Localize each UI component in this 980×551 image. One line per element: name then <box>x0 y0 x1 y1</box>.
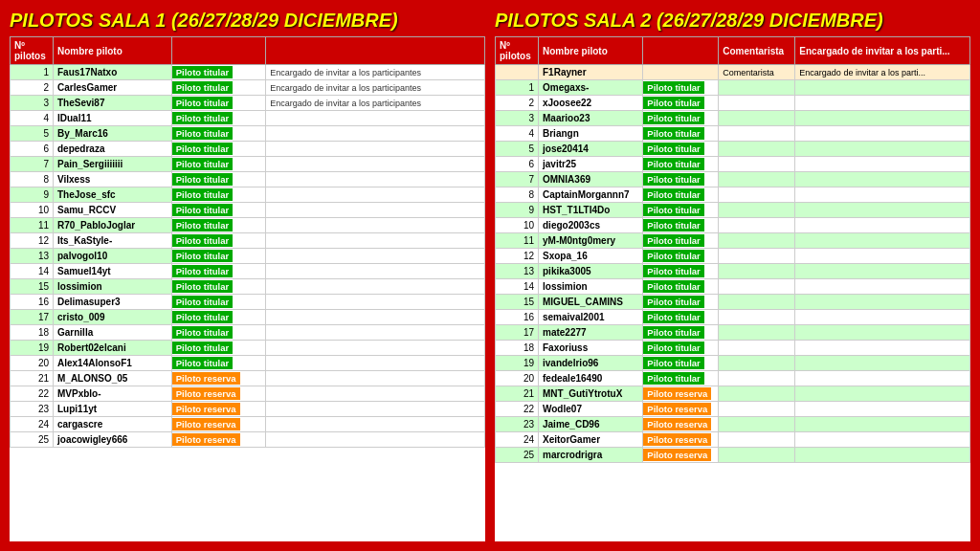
table-row: 10 Samu_RCCV Piloto titular <box>11 203 485 218</box>
pilot-num: 10 <box>496 218 539 233</box>
pilot-name: ivandelrio96 <box>539 356 643 371</box>
table-row: 21 MNT_GutiYtrotuX Piloto reserva <box>496 386 970 402</box>
table-row: 3 Maarioo23 Piloto titular <box>496 111 970 126</box>
pilot-status: Piloto reserva <box>643 402 719 417</box>
pilot-name: Delimasuper3 <box>54 295 172 310</box>
pilot-num: 13 <box>11 249 54 264</box>
pilot-num: 12 <box>496 249 539 264</box>
pilot-name: Briangn <box>539 126 643 142</box>
pilot-num: 25 <box>496 448 539 463</box>
sala2-title: PILOTOS SALA 2 (26/27/28/29 DICIEMBRE) <box>495 10 970 32</box>
pilot-num: 6 <box>11 142 54 157</box>
pilot-encargado <box>266 264 485 279</box>
pilot-num: 19 <box>496 356 539 371</box>
pilot-status: Piloto titular <box>643 218 719 233</box>
pilot-comentarista <box>719 341 795 356</box>
pilot-name: CaptainMorgannn7 <box>539 187 643 203</box>
pilot-num: 3 <box>11 96 54 111</box>
pilot-encargado <box>795 310 970 325</box>
pilot-name: Faus17Natxo <box>54 65 172 80</box>
pilot-status: Piloto titular <box>171 65 266 80</box>
pilot-status: Piloto titular <box>643 187 719 203</box>
pilot-comentarista <box>719 157 795 172</box>
pilot-name: CarlesGamer <box>54 80 172 96</box>
pilot-status: Piloto titular <box>171 80 266 96</box>
table-row: 20 Alex14AlonsoF1 Piloto titular <box>11 356 485 371</box>
pilot-name: OMNIA369 <box>539 172 643 187</box>
pilot-encargado: Encargado de invitar a los participantes <box>266 96 485 111</box>
pilot-encargado <box>795 371 970 386</box>
pilot-comentarista <box>719 264 795 279</box>
pilot-status: Piloto titular <box>171 126 266 142</box>
pilot-status: Piloto reserva <box>171 417 266 432</box>
pilot-num: 14 <box>496 279 539 295</box>
pilot-status: Piloto titular <box>643 172 719 187</box>
table-row: 17 cristo_009 Piloto titular <box>11 310 485 325</box>
table-row: 23 Jaime_CD96 Piloto reserva <box>496 417 970 432</box>
pilot-name: semaival2001 <box>539 310 643 325</box>
pilot-encargado <box>795 341 970 356</box>
pilot-num: 24 <box>11 417 54 432</box>
pilot-status: Piloto titular <box>171 341 266 356</box>
pilot-comentarista <box>719 310 795 325</box>
table-row: 1 Faus17Natxo Piloto titular Encargado d… <box>11 65 485 80</box>
pilot-comentarista <box>719 187 795 203</box>
pilot-status: Piloto titular <box>171 295 266 310</box>
sala1-container: PILOTOS SALA 1 (26/27/28/29 DICIEMBRE) N… <box>10 10 485 541</box>
pilot-num: 4 <box>496 126 539 142</box>
pilot-encargado <box>795 187 970 203</box>
pilot-status: Piloto titular <box>171 172 266 187</box>
pilot-encargado <box>266 233 485 249</box>
pilot-num: 8 <box>11 172 54 187</box>
pilot-status <box>643 65 719 80</box>
pilot-num: 7 <box>11 157 54 172</box>
pilot-encargado <box>795 218 970 233</box>
sala1-title: PILOTOS SALA 1 (26/27/28/29 DICIEMBRE) <box>10 10 485 32</box>
pilot-encargado <box>795 249 970 264</box>
pilot-name: R70_PabloJoglar <box>54 218 172 233</box>
table-row: 14 lossimion Piloto titular <box>496 279 970 295</box>
pilot-status: Piloto titular <box>171 325 266 341</box>
pilot-name: TheSevi87 <box>54 96 172 111</box>
table-row: 15 MIGUEL_CAMINS Piloto titular <box>496 295 970 310</box>
pilot-status: Piloto titular <box>643 80 719 96</box>
pilot-encargado <box>795 279 970 295</box>
pilot-name: diego2003cs <box>539 218 643 233</box>
pilot-status: Piloto titular <box>643 310 719 325</box>
pilot-status: Piloto titular <box>171 249 266 264</box>
pilot-name: TheJose_sfc <box>54 187 172 203</box>
pilot-encargado <box>795 448 970 463</box>
pilot-status: Piloto titular <box>643 264 719 279</box>
pilot-name: Alex14AlonsoF1 <box>54 356 172 371</box>
pilot-encargado <box>795 295 970 310</box>
pilot-encargado <box>795 264 970 279</box>
pilot-encargado <box>266 325 485 341</box>
pilot-name: Samuel14yt <box>54 264 172 279</box>
pilot-name: Wodle07 <box>539 402 643 417</box>
pilot-status: Piloto titular <box>643 249 719 264</box>
pilot-name: XeitorGamer <box>539 432 643 448</box>
table-row: 11 R70_PabloJoglar Piloto titular <box>11 218 485 233</box>
pilot-name: fedeale16490 <box>539 371 643 386</box>
table-row: 11 yM-M0ntg0mery Piloto titular <box>496 233 970 249</box>
table-row: 22 Wodle07 Piloto reserva <box>496 402 970 417</box>
pilot-comentarista <box>719 96 795 111</box>
pilot-num: 20 <box>496 371 539 386</box>
pilot-num: 18 <box>11 325 54 341</box>
pilot-encargado <box>795 142 970 157</box>
pilot-name: cargascre <box>54 417 172 432</box>
pilot-name: MVPxblo- <box>54 386 172 402</box>
pilot-name: joacowigley666 <box>54 432 172 448</box>
pilot-name: Garnilla <box>54 325 172 341</box>
pilot-status: Piloto titular <box>171 356 266 371</box>
pilot-encargado <box>266 310 485 325</box>
pilot-num: 23 <box>11 402 54 417</box>
pilot-num: 6 <box>496 157 539 172</box>
pilot-encargado <box>795 96 970 111</box>
table-row: 10 diego2003cs Piloto titular <box>496 218 970 233</box>
pilot-comentarista <box>719 448 795 463</box>
table-row: 5 jose20414 Piloto titular <box>496 142 970 157</box>
pilot-comentarista <box>719 203 795 218</box>
pilot-encargado <box>795 325 970 341</box>
pilot-status: Piloto titular <box>171 96 266 111</box>
